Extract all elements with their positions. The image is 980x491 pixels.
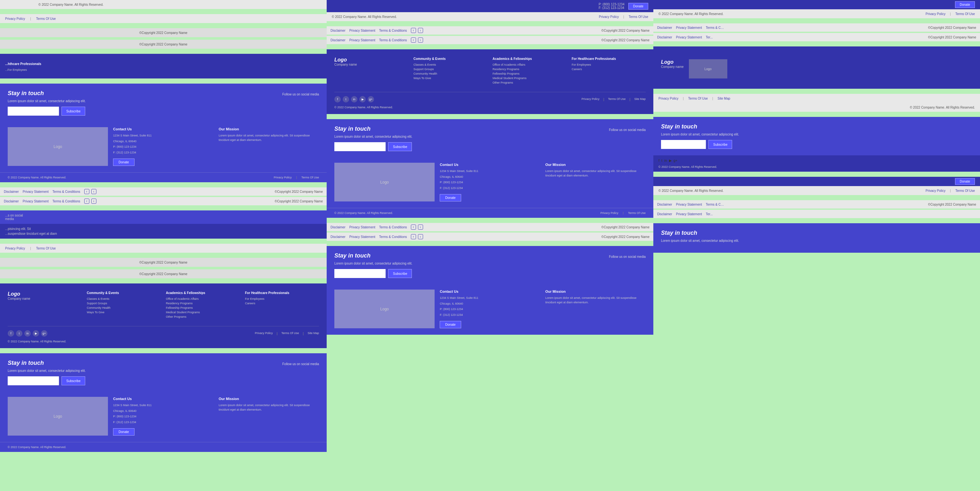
terms-right-1[interactable]: Terms Of Use [955,12,975,16]
donate-button-mid-2[interactable]: Donate [440,321,461,328]
tw-circle-2[interactable]: t [16,330,22,337]
privacy-stmt-mid-4[interactable]: Privacy Statement [349,235,375,238]
tw-circle-mid[interactable]: t [343,96,349,102]
sitemap-nav-mid[interactable]: Site Map [634,97,646,101]
disclaimer-mid-link-1[interactable]: Disclaimer [331,29,345,32]
disclaimer-right-link-3[interactable]: Disclaimer [657,203,672,206]
subscribe-button-2[interactable]: Subscribe [62,377,85,385]
terms-right-2[interactable]: Terms Of Use [688,97,708,100]
gp-circle-mid[interactable]: g+ [368,96,374,102]
community-item-4[interactable]: Ways To Give [87,311,161,314]
tw-mid-4[interactable]: t [418,234,423,239]
community-item-2[interactable]: Support Groups [87,302,161,305]
academic-mid-4[interactable]: Medical Student Programs [493,76,566,80]
privacy-right-1[interactable]: Privacy Policy [926,12,945,16]
fb-mid-3[interactable]: f [411,224,416,230]
fb-circle-mid[interactable]: f [334,96,341,102]
community-mid-4[interactable]: Ways To Give [414,76,487,80]
academic-mid-1[interactable]: Office of Academic Affairs [493,63,566,66]
yt-circle-mid[interactable]: ▶ [360,96,366,102]
terms-cond-mid-3[interactable]: Terms & Conditions [379,226,407,229]
terms-mid-2[interactable]: Terms Of Use [628,211,646,215]
privacy-stmt-right-1[interactable]: Privacy Statement [676,26,702,29]
fb-mid-4[interactable]: f [411,234,416,239]
privacy-link-1[interactable]: Privacy Policy [5,17,25,21]
terms-cond-right-3[interactable]: Terms & Conditions [706,203,725,206]
academic-mid-5[interactable]: Other Programs [493,81,566,84]
terms-cond-link-2[interactable]: Terms & Conditions [52,200,80,203]
donate-button-header[interactable]: Donate [628,3,648,10]
privacy-link-2[interactable]: Privacy Policy [5,246,25,250]
disclaimer-mid-link-4[interactable]: Disclaimer [331,235,345,238]
in-circle-mid[interactable]: in [351,96,357,102]
terms-mid-1[interactable]: Terms Of Use [629,15,648,19]
yt-circle-2[interactable]: ▶ [33,330,39,337]
tw-icon-2[interactable]: t [91,199,96,204]
tw-mid-1[interactable]: t [418,28,423,33]
email-input-2[interactable] [8,377,59,385]
in-circle-2[interactable]: in [24,330,31,337]
fb-icon-2[interactable]: f [84,199,89,204]
disclaimer-right-link-4[interactable]: Disclaimer [657,212,672,216]
academic-mid-3[interactable]: Fellowship Programs [493,72,566,75]
healthcare-mid-2[interactable]: Careers [572,68,646,71]
fb-mid-2[interactable]: f [411,38,416,43]
terms-nav-mid[interactable]: Terms Of Use [608,97,626,101]
tw-icon-1[interactable]: t [91,189,96,194]
donate-button-1[interactable]: Donate [113,159,134,166]
privacy-stmt-right-4[interactable]: Privacy Statement [676,212,702,216]
privacy-right-2[interactable]: Privacy Policy [659,97,678,100]
gp-circle-2[interactable]: g+ [41,330,48,337]
terms-cond-right-4[interactable]: Ter... [706,212,713,216]
privacy-stmt-mid-2[interactable]: Privacy Statement [349,38,375,42]
donate-button-2[interactable]: Donate [113,428,134,435]
academic-mid-2[interactable]: Residency Programs [493,68,566,71]
terms-link-1[interactable]: Terms Of Use [36,17,56,21]
fb-mid-1[interactable]: f [411,28,416,33]
community-item-3[interactable]: Community Health [87,306,161,310]
disclaimer-right-link-2[interactable]: Disclaimer [657,35,672,39]
terms-link-2[interactable]: Terms Of Use [36,246,56,250]
healthcare-item-2[interactable]: Careers [245,302,319,305]
privacy-stmt-link-1[interactable]: Privacy Statement [23,190,49,194]
tw-mid-2[interactable]: t [418,38,423,43]
privacy-stmt-link-2[interactable]: Privacy Statement [23,200,49,203]
academic-item-4[interactable]: Medical Student Programs [166,311,240,314]
tw-mid-3[interactable]: t [418,224,423,230]
terms-cond-mid-2[interactable]: Terms & Conditions [379,38,407,42]
terms-cond-right-1[interactable]: Terms & Conditions [706,26,725,29]
donate-button-right-2[interactable]: Donate [955,178,975,185]
fb-icon-1[interactable]: f [84,189,89,194]
subscribe-button-mid[interactable]: Subscribe [388,142,412,151]
email-input-right[interactable] [661,140,706,149]
privacy-stmt-right-3[interactable]: Privacy Statement [676,203,702,206]
sitemap-right-2[interactable]: Site Map [718,97,730,100]
terms-cond-link-1[interactable]: Terms & Conditions [52,190,80,194]
healthcare-item-1[interactable]: For Employees [245,297,319,300]
community-item-1[interactable]: Classes & Events [87,297,161,300]
fb-right[interactable]: f [659,159,659,163]
disclaimer-mid-link-3[interactable]: Disclaimer [331,226,345,229]
privacy-nav-2[interactable]: Privacy Policy [255,332,273,335]
terms-cond-right-2[interactable]: Ter... [706,35,713,39]
academic-item-5[interactable]: Other Programs [166,315,240,318]
terms-cond-mid-1[interactable]: Terms & Conditions [379,29,407,32]
gp-right[interactable]: g+ [673,159,678,163]
community-mid-2[interactable]: Support Groups [414,68,487,71]
privacy-stmt-mid-1[interactable]: Privacy Statement [349,29,375,32]
email-input-mid-2[interactable] [334,269,386,278]
academic-item-2[interactable]: Residency Programs [166,302,240,305]
subscribe-button-1[interactable]: Subscribe [62,106,85,116]
privacy-stmt-mid-3[interactable]: Privacy Statement [349,226,375,229]
sitemap-nav-2[interactable]: Site Map [307,332,319,335]
fb-circle-2[interactable]: f [8,330,14,337]
email-input-mid[interactable] [334,142,386,151]
terms-right-4[interactable]: Terms Of Use [955,189,975,192]
privacy-nav-mid[interactable]: Privacy Policy [582,97,600,101]
privacy-mid-1[interactable]: Privacy Policy [599,15,619,19]
email-input-1[interactable] [8,106,59,116]
privacy-stmt-right-2[interactable]: Privacy Statement [676,35,702,39]
community-mid-1[interactable]: Classes & Events [414,63,487,66]
disclaimer-link-1[interactable]: Disclaimer [4,190,19,194]
donate-button-right-1[interactable]: Donate [955,1,975,8]
